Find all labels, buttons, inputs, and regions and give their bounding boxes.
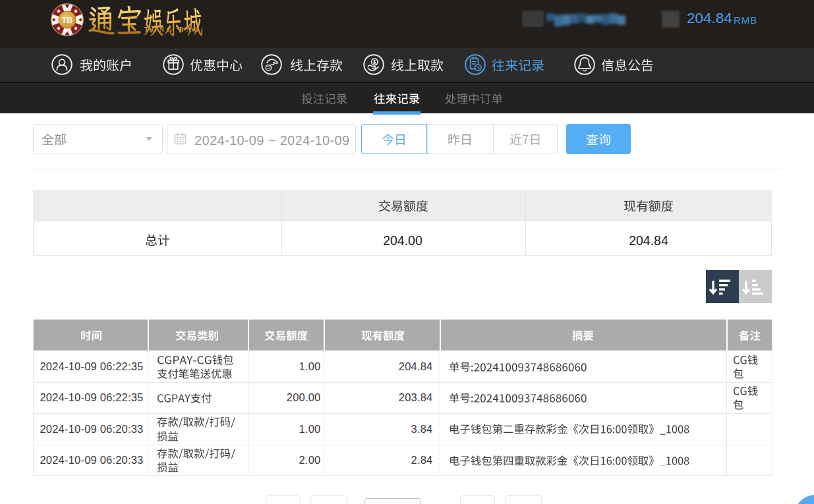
svg-text:TB: TB bbox=[62, 16, 73, 25]
